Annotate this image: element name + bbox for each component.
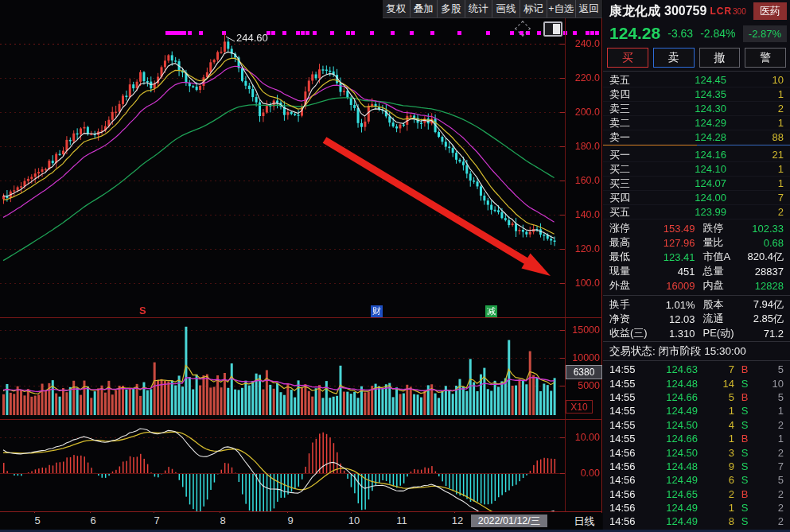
toolbar-item-4[interactable]: 画线 [492,0,520,17]
trade-volume: 3 [698,447,734,459]
indicator-tick-label: 0.00 [566,468,600,479]
trade-side: S [734,419,755,431]
trade-volume: 4 [698,419,734,431]
bid-row[interactable]: 买三124.071 [603,177,790,191]
trade-price: 124.48 [644,378,698,390]
trade-volume: 1 [698,405,734,417]
stat-row: 最高127.96量比0.68 [603,235,790,250]
ask-row-label: 卖二 [609,116,649,130]
ask-row[interactable]: 卖四124.351 [603,87,790,102]
sell-button[interactable]: 卖 [653,48,695,68]
trade-row: 14:55124.504S2 [603,418,790,432]
ask-row[interactable]: 卖二124.291 [603,116,790,130]
period-label[interactable]: 日线 [566,515,602,529]
ask-row-label: 卖三 [609,102,649,116]
trade-price: 124.66 [644,433,698,445]
stat-label: 净资 [609,312,651,326]
price-change-pct: -2.84% [700,27,735,40]
bid-row-label: 买五 [609,205,649,219]
toolbar-item-7[interactable]: 返回 [576,0,603,17]
bid-row[interactable]: 买四124.007 [603,191,790,205]
bid-row-label: 买一 [609,148,649,162]
price-tick-label: 240.0 [566,38,600,49]
trade-price: 124.63 [644,363,698,375]
trade-row: 14:56124.491S2 [603,501,790,515]
stat-label: 最低 [609,250,651,264]
month-label: 5 [25,515,49,526]
divider [603,341,790,342]
bid-row-label: 买三 [609,177,649,191]
toolbar-item-2[interactable]: 多股 [438,0,465,17]
ask-row[interactable]: 卖一124.2888 [603,130,790,145]
ask-row[interactable]: 卖五124.4510 [603,73,790,87]
bid-row-volume: 1 [726,163,784,175]
stat-row: 外盘16009内盘12828 [603,278,790,293]
ask-row-volume: 88 [726,131,784,143]
ask-row[interactable]: 卖三124.302 [603,102,790,116]
cursor-date-label: 2022/01/12/三 [471,515,547,527]
trade-side: B [734,433,755,445]
toolbar-item-0[interactable]: 复权 [383,0,411,17]
last-price: 124.28 [609,24,660,43]
month-label: 9 [278,515,302,526]
trade-time: 14:56 [609,447,644,459]
ask-row-price: 124.45 [649,74,726,86]
sector-button[interactable]: 医药 [753,2,787,20]
trade-time: 14:55 [609,419,644,431]
secondary-change-pct: -2.87% [743,25,787,42]
trade-volume: 1 [698,433,734,445]
finance-badge-icon[interactable]: 财 [371,305,383,317]
kline-chart-canvas[interactable] [0,0,602,530]
tick-trade-list[interactable]: 14:55124.637B514:55124.4814S1014:55124.6… [603,363,790,529]
reduce-badge-icon[interactable]: 减 [485,305,497,317]
stat-value: 12.03 [651,313,695,325]
trade-time: 14:55 [609,391,644,403]
event-marker-icon[interactable]: S [139,305,146,316]
trade-time: 14:55 [609,363,644,375]
toolbar-item-1[interactable]: 叠加 [411,0,438,17]
divider [603,71,790,72]
toolbar-item-3[interactable]: 统计 [465,0,493,17]
stat-value: 153.49 [651,223,695,235]
trade-row: 14:55124.665B5 [603,390,790,404]
ask-row-volume: 1 [726,88,784,100]
volume-tick-label: 5000 [566,380,600,391]
bid-row[interactable]: 买一124.1621 [603,148,790,162]
split-pane-icon[interactable] [543,21,562,37]
stat-label: 外盘 [609,278,651,293]
stat-row: 净资12.03流通2.85亿 [603,312,790,326]
bid-row[interactable]: 买五123.992 [603,205,790,219]
toolbar-item-5[interactable]: 标记 [520,0,548,17]
trade-time: 14:56 [609,474,644,486]
bid-row[interactable]: 买二124.101 [603,162,790,177]
cancel-order-button[interactable]: 撤 [699,48,741,68]
trade-count: 5 [755,363,784,375]
alert-button[interactable]: 警 [745,48,786,68]
trade-side: S [734,405,755,417]
stat-value: 102.33 [740,223,784,235]
price-tick-label: 180.0 [566,141,600,152]
stat-label: 跌停 [695,221,740,235]
ask-row-price: 124.30 [649,103,726,115]
trade-count: 1 [755,405,784,417]
trade-row: 14:56124.503S2 [603,445,790,459]
toolbar-item-6[interactable]: +自选 [547,0,575,17]
trade-volume: 14 [698,378,734,390]
trade-row: 14:56124.496S5 [603,473,790,487]
stat-value: 1.310 [651,328,695,340]
trade-row: 14:55124.661B1 [603,432,790,445]
price-tick-label: 120.0 [566,243,600,254]
bid-row-price: 124.10 [649,163,726,175]
volume-tick-label: 10000 [566,352,600,363]
bid-row-volume: 2 [726,206,784,218]
stats-block-2: 换手1.01%股本7.94亿净资12.03流通2.85亿收益(三)1.310PE… [603,297,790,340]
trade-side: B [734,363,755,375]
buy-button[interactable]: 买 [607,48,648,68]
price-row: 124.28 -3.63 -2.84% -2.87% [603,22,790,45]
ask-row-label: 卖四 [609,87,649,102]
stock-name: 康龙化成 [609,3,660,20]
trade-count: 5 [755,391,784,403]
stats-block: 涨停153.49跌停102.33最高127.96量比0.68最低123.41市值… [603,221,790,293]
ask-row-price: 124.29 [649,117,726,129]
stat-label: PE(动) [695,326,740,340]
